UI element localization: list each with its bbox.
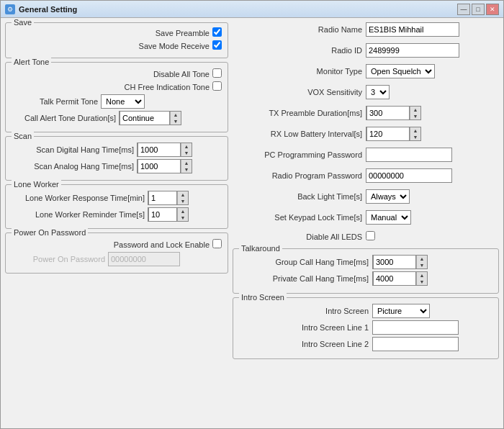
disable-all-tone-label: Disable All Tone <box>12 70 210 78</box>
disable-leds-checkbox[interactable] <box>366 231 375 240</box>
talk-permit-select[interactable]: None Digital Analog Both <box>102 95 144 108</box>
intro-line1-input[interactable] <box>372 320 459 335</box>
call-alert-label: Call Alert Tone Duration[s] <box>12 114 116 122</box>
lone-worker-response-down[interactable]: ▼ <box>178 198 188 204</box>
private-call-hang-up[interactable]: ▲ <box>417 272 427 279</box>
keypad-lock-select-wrapper[interactable]: Manual51015 <box>366 210 411 225</box>
scan-analog-down[interactable]: ▼ <box>181 166 192 173</box>
pc-programming-input[interactable] <box>366 148 452 162</box>
rx-low-battery-up[interactable]: ▲ <box>410 127 420 134</box>
password-lock-checkbox[interactable] <box>212 239 222 248</box>
intro-screen-select[interactable]: Picture Characters <box>373 304 429 317</box>
intro-line2-input[interactable] <box>372 337 459 351</box>
lone-worker-label: Lone Worker <box>12 180 61 189</box>
radio-id-input[interactable] <box>366 43 459 58</box>
lone-worker-response-spinner[interactable]: ▲ ▼ <box>148 191 189 205</box>
scan-digital-up[interactable]: ▲ <box>181 143 192 150</box>
scan-digital-spinner[interactable]: ▲ ▼ <box>137 143 192 157</box>
lone-worker-reminder-row: Lone Worker Reminder Time[s] ▲ ▼ <box>12 207 222 222</box>
group-call-hang-down[interactable]: ▼ <box>417 262 427 268</box>
rx-low-battery-label: RX Low Battery Interval[s] <box>233 130 366 138</box>
window-title: General Setting <box>19 5 77 14</box>
scan-analog-input[interactable] <box>138 159 181 173</box>
scan-digital-down[interactable]: ▼ <box>181 150 192 156</box>
lone-worker-reminder-down[interactable]: ▼ <box>178 214 188 221</box>
lone-worker-response-row: Lone Worker Response Time[min] ▲ ▼ <box>12 191 222 205</box>
private-call-hang-down[interactable]: ▼ <box>417 279 427 285</box>
titlebar-buttons: — □ ✕ <box>457 4 499 15</box>
ch-free-checkbox[interactable] <box>212 81 222 91</box>
intro-screen-select-wrapper[interactable]: Picture Characters <box>372 304 430 318</box>
power-on-content: Password and Lock Enable Power On Passwo… <box>12 236 222 266</box>
tx-preamble-input[interactable] <box>366 106 410 120</box>
talk-permit-select-wrapper[interactable]: None Digital Analog Both <box>101 94 145 109</box>
lone-worker-response-up[interactable]: ▲ <box>178 191 188 198</box>
alert-tone-content: Disable All Tone CH Free Indication Tone… <box>12 66 222 125</box>
power-on-password-label: Power On Password <box>12 255 105 263</box>
pc-programming-row: PC Programming Password <box>233 148 499 162</box>
tx-preamble-spinner[interactable]: ▲ ▼ <box>366 106 421 120</box>
monitor-type-select-wrapper[interactable]: Open Squelch Silent Squelch Tail <box>366 64 435 78</box>
lone-worker-reminder-spinner[interactable]: ▲ ▼ <box>148 207 189 222</box>
rx-low-battery-spinner[interactable]: ▲ ▼ <box>366 127 421 141</box>
monitor-type-select[interactable]: Open Squelch Silent Squelch Tail <box>366 65 434 78</box>
scan-analog-row: Scan Analog Hang Time[ms] ▲ ▼ <box>12 159 222 173</box>
private-call-hang-spinner[interactable]: ▲ ▼ <box>372 271 428 286</box>
radio-program-label: Radio Program Password <box>233 171 366 180</box>
scan-analog-spinner[interactable]: ▲ ▼ <box>137 159 192 173</box>
intro-line1-row: Intro Screen Line 1 <box>239 320 492 335</box>
intro-line1-label: Intro Screen Line 1 <box>239 323 372 332</box>
call-alert-spinner[interactable]: ▲ ▼ <box>119 111 181 125</box>
save-mode-receive-row: Save Mode Receive <box>12 40 222 51</box>
radio-program-input[interactable] <box>366 168 452 183</box>
group-call-hang-label: Group Call Hang Time[ms] <box>239 258 372 266</box>
group-call-hang-up[interactable]: ▲ <box>417 256 427 262</box>
lone-worker-reminder-up[interactable]: ▲ <box>178 208 188 214</box>
minimize-button[interactable]: — <box>457 4 470 15</box>
call-alert-up[interactable]: ▲ <box>171 112 181 118</box>
vox-sensitivity-select[interactable]: 12345 <box>366 86 389 99</box>
lone-worker-content: Lone Worker Response Time[min] ▲ ▼ <box>12 188 222 222</box>
scan-digital-input[interactable] <box>138 143 181 157</box>
ch-free-label: CH Free Indication Tone <box>12 83 210 91</box>
group-call-hang-spinner[interactable]: ▲ ▼ <box>372 255 428 269</box>
back-light-select[interactable]: Always5101520 <box>366 190 409 203</box>
scan-content: Scan Digital Hang Time[ms] ▲ ▼ <box>12 140 222 173</box>
scan-analog-up[interactable]: ▲ <box>181 160 192 166</box>
call-alert-down[interactable]: ▼ <box>171 118 181 125</box>
window-icon: ⚙ <box>5 4 15 14</box>
rx-low-battery-down[interactable]: ▼ <box>410 134 420 140</box>
close-button[interactable]: ✕ <box>486 4 499 15</box>
alert-tone-group-label: Alert Tone <box>12 58 51 66</box>
rx-low-battery-input[interactable] <box>366 127 410 141</box>
save-group-label: Save <box>12 18 34 27</box>
back-light-select-wrapper[interactable]: Always5101520 <box>366 189 410 204</box>
save-mode-receive-checkbox[interactable] <box>212 40 222 50</box>
call-alert-input[interactable] <box>120 111 170 125</box>
disable-all-tone-checkbox[interactable] <box>212 68 222 78</box>
private-call-hang-input[interactable] <box>373 271 416 286</box>
vox-sensitivity-select-wrapper[interactable]: 12345 <box>366 85 390 99</box>
save-preamble-checkbox[interactable] <box>212 27 222 37</box>
keypad-lock-select[interactable]: Manual51015 <box>366 211 410 224</box>
lone-worker-response-input[interactable] <box>148 191 177 205</box>
vox-sensitivity-row: VOX Sensitivity 12345 <box>233 85 499 99</box>
power-on-password-input <box>108 252 180 266</box>
radio-name-input[interactable] <box>366 22 459 37</box>
alert-tone-group: Alert Tone Disable All Tone CH Free Indi… <box>5 62 228 132</box>
radio-id-row: Radio ID <box>233 43 499 58</box>
intro-screen-row: Intro Screen Picture Characters <box>239 304 492 318</box>
lone-worker-reminder-input[interactable] <box>148 207 177 222</box>
save-preamble-label: Save Preamble <box>12 29 210 37</box>
restore-button[interactable]: □ <box>472 4 485 15</box>
intro-screen-group: Intro Screen Intro Screen Picture Charac… <box>233 297 499 359</box>
power-on-group-label: Power On Password <box>12 228 88 237</box>
scan-digital-row: Scan Digital Hang Time[ms] ▲ ▼ <box>12 143 222 157</box>
tx-preamble-up[interactable]: ▲ <box>410 107 420 113</box>
save-mode-receive-value <box>212 40 222 51</box>
scan-analog-label: Scan Analog Hang Time[ms] <box>12 162 134 171</box>
disable-all-tone-row: Disable All Tone <box>12 68 222 79</box>
group-call-hang-input[interactable] <box>373 255 416 269</box>
tx-preamble-down[interactable]: ▼ <box>410 113 420 119</box>
right-column: Radio Name Radio ID Monitor Type Op <box>233 22 499 424</box>
